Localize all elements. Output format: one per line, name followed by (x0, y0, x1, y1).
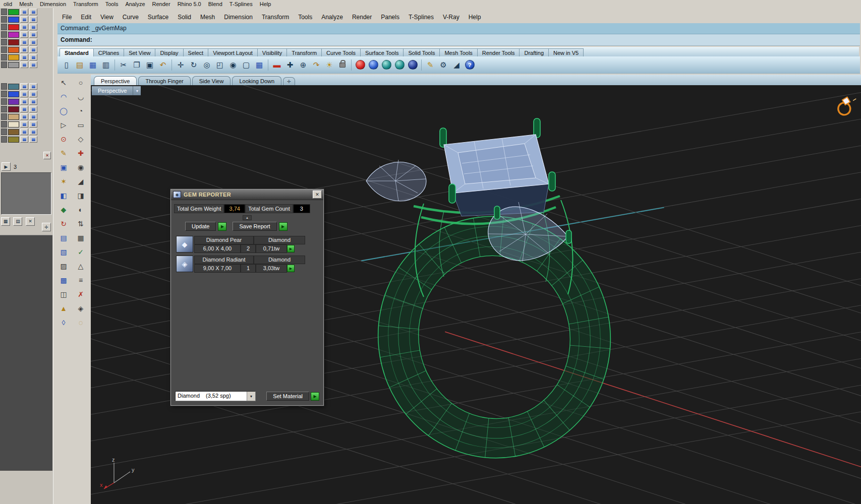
layer-lock-icon[interactable] (29, 46, 37, 53)
menu-view[interactable]: View (96, 13, 118, 22)
menu-item[interactable]: Dimension (36, 1, 70, 8)
pencil-icon[interactable]: ✎ (424, 59, 436, 71)
tool-icon[interactable]: ◢ (74, 174, 87, 188)
viewport-tab-perspective[interactable]: Perspective (94, 76, 137, 85)
dialog-close-button[interactable]: ✕ (313, 191, 322, 199)
viewport-tab-looking-down[interactable]: Looking Down (232, 76, 281, 85)
panel-close-button[interactable]: ✕ (43, 152, 51, 159)
sphere-dark-icon[interactable] (407, 59, 419, 71)
layer-visibility-icon[interactable] (20, 91, 28, 97)
menu-item[interactable]: Help (256, 1, 275, 8)
viewport-tab-through-finger[interactable]: Through Finger (138, 76, 190, 85)
menu-edit[interactable]: Edit (76, 13, 96, 22)
layer-row[interactable] (0, 61, 53, 69)
viewport-add-tab-icon[interactable]: ✛ (283, 77, 295, 85)
layer-row[interactable] (0, 90, 37, 98)
layer-color-swatch[interactable] (8, 39, 19, 45)
tool-icon[interactable]: ▩ (57, 273, 70, 287)
menu-dimension[interactable]: Dimension (219, 13, 257, 22)
shaded-sphere-icon[interactable] (367, 59, 379, 71)
layer-lock-icon[interactable] (29, 98, 37, 105)
layer-color-swatch[interactable] (8, 129, 19, 135)
menu-item[interactable]: Tools (102, 1, 122, 8)
history-list[interactable] (1, 172, 51, 215)
layer-color-swatch[interactable] (8, 32, 19, 38)
tool-icon[interactable]: ▨ (57, 259, 70, 273)
layer-lock-icon[interactable] (29, 113, 37, 120)
osnap-icon[interactable]: ⊕ (297, 59, 309, 71)
layer-visibility-icon[interactable] (20, 9, 28, 15)
rotate-view-icon[interactable]: ↻ (188, 59, 200, 71)
layer-row[interactable] (0, 98, 37, 105)
tool-icon[interactable]: ◈ (74, 301, 87, 316)
menu-item[interactable]: olid (0, 1, 16, 8)
gem-row-arrow-button[interactable]: ▶ (287, 265, 295, 272)
layer-row[interactable] (0, 31, 53, 38)
layer-visibility-icon[interactable] (20, 106, 28, 112)
menu-render[interactable]: Render (348, 13, 376, 22)
layer-visibility-icon[interactable] (20, 98, 28, 105)
menu-item[interactable]: T-Splines (226, 1, 256, 8)
pan-icon[interactable]: ✛ (175, 59, 187, 71)
zoom-window-icon[interactable]: ◰ (214, 59, 226, 71)
menu-vray[interactable]: V-Ray (438, 13, 464, 22)
layer-visibility-icon[interactable] (20, 121, 28, 128)
layer-row[interactable] (0, 136, 37, 143)
gem-row[interactable]: ◈ Diamond Radiant Diamond 9,00 X 7,00 1 … (176, 256, 323, 273)
tool-icon[interactable]: ▣ (57, 160, 70, 174)
layer-lock-icon[interactable] (29, 121, 37, 128)
panel-delete-icon[interactable]: ✕ (26, 217, 35, 226)
layer-row[interactable] (0, 105, 37, 113)
tool-icon[interactable]: ◔ (74, 104, 87, 118)
layer-lock-icon[interactable] (29, 31, 37, 38)
command-prompt[interactable]: Command: (58, 34, 860, 46)
tool-icon[interactable]: ○ (74, 76, 87, 90)
grid-icon[interactable]: ▦ (253, 59, 265, 71)
save-icon[interactable]: ▦ (87, 59, 99, 71)
render-icon[interactable] (354, 59, 366, 71)
layer-lock-icon[interactable] (29, 129, 37, 135)
layer-visibility-icon[interactable] (20, 136, 28, 143)
jewelry-ring-icon[interactable] (833, 95, 856, 118)
save-report-button[interactable]: Save Report (233, 222, 276, 231)
menu-mesh[interactable]: Mesh (196, 13, 219, 22)
spinner-arrow-icon[interactable]: ▶ (2, 162, 11, 171)
open-folder-icon[interactable]: ▤ (74, 59, 86, 71)
menu-curve[interactable]: Curve (118, 13, 143, 22)
tool-icon[interactable]: ◠ (57, 90, 70, 104)
collapse-handle[interactable]: ▲ (243, 215, 252, 220)
tool-icon[interactable]: △ (74, 259, 87, 273)
toolbar-tab-solid-tools[interactable]: Solid Tools (403, 48, 440, 56)
layer-color-swatch[interactable] (8, 91, 19, 97)
toolbar-tab-render-tools[interactable]: Render Tools (477, 48, 520, 56)
tool-icon[interactable]: ↖ (57, 76, 70, 90)
zoom-icon[interactable]: ◎ (201, 59, 213, 71)
tool-icon[interactable]: ▭ (74, 118, 87, 132)
layer-color-swatch[interactable] (8, 84, 19, 90)
gear-icon[interactable]: ⚙ (437, 59, 449, 71)
set-material-arrow-button[interactable]: ▶ (311, 392, 319, 401)
globe2-icon[interactable] (393, 59, 406, 71)
layer-visibility-icon[interactable] (20, 113, 28, 120)
zoom-extents-icon[interactable]: ▢ (240, 59, 252, 71)
tool-icon[interactable]: ◌ (74, 316, 87, 330)
toolbar-tab-curve-tools[interactable]: Curve Tools (321, 48, 361, 56)
layer-visibility-icon[interactable] (20, 31, 28, 38)
car-icon[interactable]: ▬ (271, 59, 283, 71)
tool-icon[interactable]: ▦ (74, 231, 87, 245)
gem-row[interactable]: ◆ Diamond Pear Diamond 6,00 X 4,00 2 0,7… (176, 236, 323, 253)
update-button[interactable]: Update (185, 222, 216, 231)
toolbar-tab-mesh-tools[interactable]: Mesh Tools (439, 48, 477, 56)
layer-color-swatch[interactable] (8, 121, 19, 128)
gem-reporter-dialog[interactable]: ◆ GEM REPORTER ✕ Total Gem Weight 3,74 T… (170, 189, 324, 406)
menu-file[interactable]: File (58, 13, 76, 22)
panel-open-icon[interactable]: ▤ (13, 217, 22, 226)
toolbar-tab-viewport-layout[interactable]: Viewport Layout (208, 48, 258, 56)
dialog-titlebar[interactable]: ◆ GEM REPORTER ✕ (171, 190, 323, 200)
tool-icon[interactable]: ✶ (57, 174, 70, 188)
layer-color-swatch[interactable] (8, 99, 19, 105)
lock-icon[interactable] (336, 59, 349, 71)
layer-lock-icon[interactable] (29, 39, 37, 45)
tool-icon[interactable]: ◊ (57, 316, 70, 330)
toolbar-tab-new-in-v5[interactable]: New in V5 (548, 48, 584, 56)
